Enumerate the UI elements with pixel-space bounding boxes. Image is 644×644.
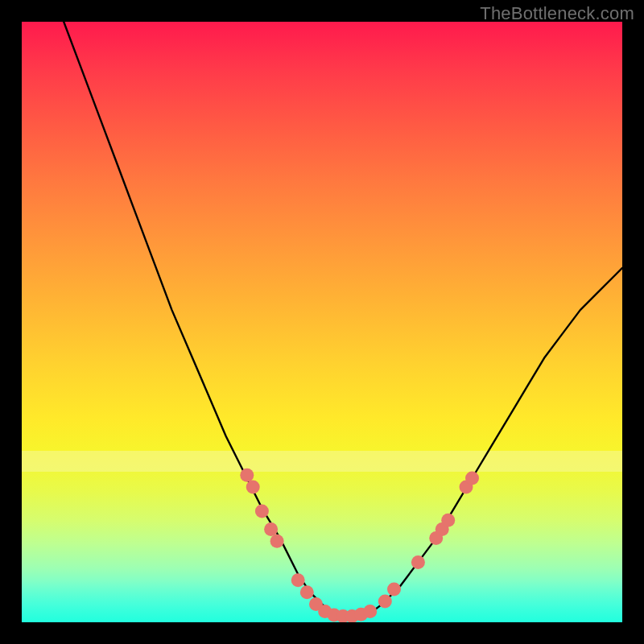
marker-dot [246, 481, 260, 494]
curve-markers [240, 469, 479, 622]
marker-dot [291, 573, 305, 587]
marker-dot [255, 505, 269, 518]
marker-dot [387, 583, 401, 597]
bottleneck-curve [64, 22, 622, 617]
marker-dot [264, 522, 278, 536]
plot-area [22, 22, 622, 622]
chart-frame: TheBottleneck.com [0, 0, 644, 644]
marker-dot [465, 472, 479, 485]
marker-dot [270, 535, 284, 548]
marker-dot [378, 594, 392, 608]
chart-svg [22, 22, 622, 622]
marker-dot [300, 585, 314, 599]
watermark-text: TheBottleneck.com [480, 3, 634, 24]
marker-dot [411, 555, 425, 569]
marker-dot [363, 605, 377, 618]
marker-dot [441, 514, 455, 527]
marker-dot [240, 469, 254, 482]
